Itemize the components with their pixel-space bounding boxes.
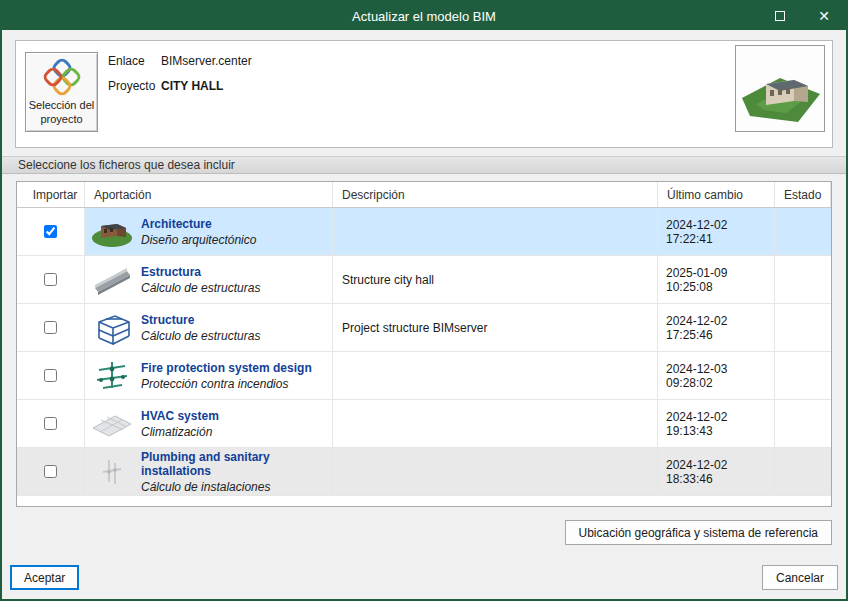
project-selection-button[interactable]: Selección del proyecto xyxy=(25,52,98,132)
table-row[interactable]: Structure Cálculo de estructuras Project… xyxy=(17,304,831,352)
contribution-description: Project structure BIMserver xyxy=(333,304,658,351)
project-header-panel: Selección del proyecto Enlace BIMserver.… xyxy=(15,40,833,148)
contribution-subtitle: Cálculo de estructuras xyxy=(141,329,260,343)
link-value: BIMserver.center xyxy=(161,54,252,68)
close-button[interactable]: ✕ xyxy=(802,2,846,30)
contribution-subtitle: Diseño arquitectónico xyxy=(141,233,256,247)
table-row[interactable]: Estructura Cálculo de estructuras Struct… xyxy=(17,256,831,304)
last-change-value: 2025-01-09 10:25:08 xyxy=(658,256,775,303)
accept-button[interactable]: Aceptar xyxy=(10,565,79,590)
status-value xyxy=(775,448,831,495)
contribution-subtitle: Cálculo de estructuras xyxy=(141,281,260,295)
table-row[interactable]: Plumbing and sanitary installations Cálc… xyxy=(17,448,831,496)
last-change-value: 2024-12-02 17:22:41 xyxy=(658,208,775,255)
plumbing-model-icon xyxy=(89,454,135,490)
project-value: CITY HALL xyxy=(161,79,223,93)
hvac-model-icon xyxy=(89,406,135,442)
steel-structure-model-icon xyxy=(89,310,135,346)
table-row[interactable]: HVAC system Climatización 2024-12-02 19:… xyxy=(17,400,831,448)
contribution-description xyxy=(333,448,658,495)
table-row[interactable]: Fire protection system design Protección… xyxy=(17,352,831,400)
maximize-icon xyxy=(775,11,785,21)
structure-beam-model-icon xyxy=(89,262,135,298)
status-value xyxy=(775,352,831,399)
contribution-name[interactable]: Structure xyxy=(141,313,260,327)
project-meta: Enlace BIMserver.center Proyecto CITY HA… xyxy=(108,54,252,104)
contribution-subtitle: Protección contra incendios xyxy=(141,377,312,391)
fire-protection-model-icon xyxy=(89,358,135,394)
link-label: Enlace xyxy=(108,54,161,68)
status-value xyxy=(775,256,831,303)
status-value xyxy=(775,304,831,351)
last-change-value: 2024-12-02 18:33:46 xyxy=(658,448,775,495)
contribution-subtitle: Climatización xyxy=(141,425,219,439)
contribution-name[interactable]: Estructura xyxy=(141,265,260,279)
update-bim-model-dialog: Actualizar el modelo BIM ✕ Selección del… xyxy=(0,0,848,601)
column-header-aportacion: Aportación xyxy=(85,182,333,207)
bimserver-center-logo-icon xyxy=(42,57,82,97)
column-header-importar: Importar xyxy=(17,182,85,207)
section-title-bar: Seleccione los ficheros que desea inclui… xyxy=(2,156,846,174)
last-change-value: 2024-12-03 09:28:02 xyxy=(658,352,775,399)
close-icon: ✕ xyxy=(818,9,830,23)
table-row[interactable]: Architecture Diseño arquitectónico 2024-… xyxy=(17,208,831,256)
maximize-button[interactable] xyxy=(758,2,802,30)
contribution-name[interactable]: Architecture xyxy=(141,217,256,231)
section-title: Seleccione los ficheros que desea inclui… xyxy=(18,158,235,172)
contribution-name[interactable]: Fire protection system design xyxy=(141,361,312,375)
contributions-table: Importar Aportación Descripción Último c… xyxy=(16,181,832,507)
contribution-description xyxy=(333,352,658,399)
contribution-name[interactable]: Plumbing and sanitary installations xyxy=(141,450,332,478)
contribution-name[interactable]: HVAC system xyxy=(141,409,219,423)
import-checkbox[interactable] xyxy=(44,417,57,430)
window-title: Actualizar el modelo BIM xyxy=(2,9,846,24)
column-header-descripcion: Descripción xyxy=(333,182,658,207)
project-label: Proyecto xyxy=(108,79,161,93)
contribution-subtitle: Cálculo de instalaciones xyxy=(141,480,332,494)
last-change-value: 2024-12-02 17:25:46 xyxy=(658,304,775,351)
geographic-location-button[interactable]: Ubicación geográfica y sistema de refere… xyxy=(565,520,832,545)
import-checkbox[interactable] xyxy=(44,273,57,286)
contribution-description xyxy=(333,208,658,255)
last-change-value: 2024-12-02 19:13:43 xyxy=(658,400,775,447)
column-header-ultimo-cambio: Último cambio xyxy=(658,182,775,207)
import-checkbox[interactable] xyxy=(44,465,57,478)
contribution-description: Structure city hall xyxy=(333,256,658,303)
cancel-button[interactable]: Cancelar xyxy=(762,565,838,590)
project-selection-label: Selección del proyecto xyxy=(26,99,97,127)
status-value xyxy=(775,400,831,447)
project-3d-thumbnail xyxy=(735,45,825,132)
contribution-description xyxy=(333,400,658,447)
column-header-estado: Estado xyxy=(775,182,831,207)
import-checkbox[interactable] xyxy=(44,369,57,382)
import-checkbox[interactable] xyxy=(44,225,57,238)
architecture-model-icon xyxy=(89,214,135,250)
titlebar: Actualizar el modelo BIM ✕ xyxy=(2,2,846,30)
status-value xyxy=(775,208,831,255)
import-checkbox[interactable] xyxy=(44,321,57,334)
table-header: Importar Aportación Descripción Último c… xyxy=(17,182,831,208)
